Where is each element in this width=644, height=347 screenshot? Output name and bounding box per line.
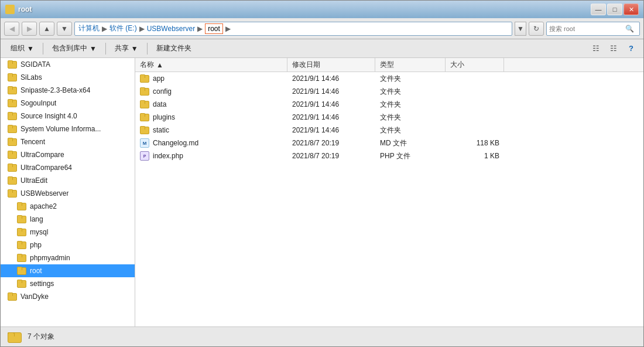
sidebar-item[interactable]: UltraCompare (1, 148, 135, 161)
table-row[interactable]: data2021/9/1 14:46文件夹 (135, 98, 643, 111)
file-type-cell: 文件夹 (375, 124, 446, 137)
folder-icon (140, 113, 149, 121)
sidebar-item[interactable]: UltraEdit (1, 174, 135, 187)
organize-button[interactable]: 组织 ▼ (5, 42, 39, 56)
table-row[interactable]: config2021/9/1 14:46文件夹 (135, 85, 643, 98)
sidebar-item[interactable]: Tencent (1, 135, 135, 148)
folder-icon (8, 189, 17, 198)
sidebar-item[interactable]: apache2 (1, 200, 135, 213)
file-date-cell: 2021/9/1 14:46 (287, 124, 375, 137)
folder-icon (8, 73, 17, 81)
share-button[interactable]: 共享 ▼ (109, 42, 143, 56)
close-button[interactable]: ✕ (624, 4, 639, 15)
file-name: plugins (153, 113, 175, 121)
organize-label: 组织 (11, 43, 25, 53)
help-button[interactable]: ? (624, 42, 639, 56)
sidebar-item[interactable]: SiLabs (1, 71, 135, 84)
folder-icon (17, 280, 26, 288)
col-name-label: 名称 (140, 60, 154, 70)
col-header-date[interactable]: 修改日期 (287, 58, 375, 72)
file-type-cell: 文件夹 (375, 98, 446, 111)
folder-icon (8, 60, 17, 69)
file-size-cell (446, 124, 504, 137)
title-bar: root — □ ✕ (1, 1, 643, 18)
table-row[interactable]: Pindex.php2021/8/7 20:19PHP 文件1 KB (135, 149, 643, 162)
table-row[interactable]: static2021/9/1 14:46文件夹 (135, 124, 643, 137)
sidebar-item[interactable]: phpmyadmin (1, 251, 135, 264)
sidebar-item[interactable]: mysql (1, 226, 135, 239)
window-icon (5, 5, 15, 14)
file-list: 名称 ▲ 修改日期 类型 大小 app2021/9/1 14:46文件夹conf… (135, 58, 643, 326)
breadcrumb-dropdown[interactable]: ▼ (515, 22, 526, 36)
file-date-cell: 2021/8/7 20:19 (287, 137, 375, 149)
file-date-cell: 2021/9/1 14:46 (287, 85, 375, 98)
sidebar-item[interactable]: SogouInput (1, 97, 135, 110)
sidebar-item[interactable]: SGIDATA (1, 58, 135, 71)
minimize-button[interactable]: — (591, 4, 606, 15)
file-name: static (153, 126, 169, 134)
sidebar-item[interactable]: USBWebserver (1, 187, 135, 200)
sidebar-item[interactable]: php (1, 239, 135, 251)
breadcrumb-sep-4: ▶ (225, 25, 231, 33)
folder-icon (8, 125, 17, 133)
maximize-button[interactable]: □ (607, 4, 622, 15)
folder-icon (8, 99, 17, 107)
file-size-cell (446, 72, 504, 85)
folder-icon (140, 126, 149, 134)
status-folder-icon (8, 331, 22, 343)
folder-icon (17, 215, 26, 223)
sidebar-item[interactable]: VanDyke (1, 290, 135, 303)
new-folder-button[interactable]: 新建文件夹 (151, 42, 197, 56)
sidebar-item[interactable]: lang (1, 213, 135, 226)
file-list-header: 名称 ▲ 修改日期 类型 大小 (135, 58, 643, 72)
breadcrumb-computer[interactable]: 计算机 (78, 23, 100, 33)
search-input[interactable] (547, 25, 623, 32)
refresh-button[interactable]: ↻ (529, 22, 544, 36)
sidebar-item[interactable]: Source Insight 4.0 (1, 110, 135, 123)
breadcrumb-sep-2: ▶ (139, 25, 145, 33)
sidebar-item[interactable]: Snipaste-2.3-Beta-x64 (1, 84, 135, 97)
breadcrumb-sep-1: ▶ (102, 25, 107, 33)
col-header-type[interactable]: 类型 (375, 58, 446, 72)
forward-button[interactable]: ▶ (22, 22, 37, 36)
view-details-button[interactable]: ☷ (588, 42, 604, 56)
breadcrumb-usbwebserver[interactable]: USBWebserver (147, 25, 195, 33)
sidebar-item[interactable]: UltraCompare64 (1, 161, 135, 174)
col-header-size[interactable]: 大小 (446, 58, 504, 72)
sidebar-item-label: Source Insight 4.0 (20, 112, 77, 120)
file-type-cell: 文件夹 (375, 85, 446, 98)
search-button[interactable]: 🔍 (623, 22, 636, 35)
content-area: SGIDATASiLabsSnipaste-2.3-Beta-x64SogouI… (1, 58, 643, 326)
sidebar-item[interactable]: System Volume Informa... (1, 123, 135, 135)
sidebar: SGIDATASiLabsSnipaste-2.3-Beta-x64SogouI… (1, 58, 135, 326)
explorer-window: root — □ ✕ ◀ ▶ ▲ ▼ 计算机 ▶ 软件 (E:) ▶ USBWe… (0, 0, 644, 347)
include-in-lib-button[interactable]: 包含到库中 ▼ (47, 42, 102, 56)
file-name-cell: data (135, 98, 287, 111)
file-name: app (153, 74, 165, 83)
status-count: 7 个对象 (28, 332, 54, 342)
table-row[interactable]: app2021/9/1 14:46文件夹 (135, 72, 643, 85)
folder-icon (17, 228, 26, 236)
file-name-cell: app (135, 72, 287, 85)
file-size-cell (446, 98, 504, 111)
sidebar-item-label: root (30, 267, 42, 275)
sidebar-item-label: phpmyadmin (30, 254, 70, 262)
toolbar-sep-3 (147, 43, 148, 55)
sidebar-item[interactable]: settings (1, 277, 135, 290)
folder-icon (8, 164, 17, 172)
recent-button[interactable]: ▼ (57, 22, 72, 36)
back-button[interactable]: ◀ (4, 22, 19, 36)
table-row[interactable]: plugins2021/9/1 14:46文件夹 (135, 111, 643, 124)
up-button[interactable]: ▲ (39, 22, 54, 36)
table-row[interactable]: MChangelog.md2021/8/7 20:19MD 文件118 KB (135, 137, 643, 149)
file-date-cell: 2021/9/1 14:46 (287, 111, 375, 124)
view-large-button[interactable]: ☷ (606, 42, 621, 56)
col-header-name[interactable]: 名称 ▲ (135, 58, 287, 72)
breadcrumb-drive[interactable]: 软件 (E:) (109, 23, 137, 33)
folder-icon (140, 87, 149, 96)
window-title: root (18, 5, 32, 13)
sidebar-item[interactable]: root (1, 264, 135, 277)
title-bar-left: root (5, 5, 32, 14)
breadcrumb-sep-3: ▶ (197, 25, 203, 33)
breadcrumb-current[interactable]: root (205, 23, 223, 34)
